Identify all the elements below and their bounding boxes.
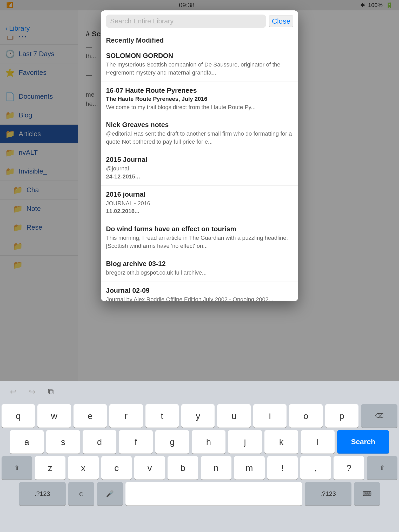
result-item-nick-greaves[interactable]: Nick Greaves notes @editorial Has sent t… (101, 116, 298, 151)
result-item-blog-archive[interactable]: Blog archive 03-12 bregorzloth.blogspot.… (101, 255, 298, 282)
search-results-list: SOLOMON GORDON The mysterious Scottish c… (101, 47, 298, 301)
key-p[interactable]: p (325, 404, 358, 428)
keyboard-area: ↩ ↪ ⧉ q w e r t y u i o p ⌫ a s d f g h … (0, 381, 399, 532)
key-v[interactable]: v (134, 456, 165, 480)
result-title-journal-2016: 2016 journal (106, 190, 293, 198)
result-body-blog-archive: bregorzloth.blogspot.co.uk full archive.… (106, 269, 293, 277)
paste-button[interactable]: ⧉ (46, 385, 56, 398)
result-body-journal-2016: JOURNAL - 201611.02.2016... (106, 200, 293, 216)
space-key[interactable] (125, 482, 302, 506)
result-body-solomon: The mysterious Scottish companion of De … (106, 61, 293, 77)
microphone-key[interactable]: 🎤 (97, 482, 123, 506)
key-comma[interactable]: , (300, 456, 331, 480)
result-body-haute-route: Welcome to my trail blogs direct from th… (106, 103, 293, 111)
keyboard-row-2: a s d f g h j k l Search (2, 430, 397, 454)
result-title-journal-2015: 2015 Journal (106, 156, 293, 164)
key-n[interactable]: n (201, 456, 231, 480)
key-d[interactable]: d (83, 430, 116, 454)
keyboard-row-4: .?123 ☺ 🎤 .?123 ⌨ (2, 482, 397, 506)
key-q[interactable]: q (2, 404, 35, 428)
undo-button[interactable]: ↩ (8, 385, 19, 399)
keyboard-rows: q w e r t y u i o p ⌫ a s d f g h j k l … (0, 402, 399, 508)
keyboard-dismiss-key[interactable]: ⌨ (354, 482, 380, 506)
key-question[interactable]: ? (334, 456, 364, 480)
numbers-right-key[interactable]: .?123 (305, 482, 351, 506)
result-title-haute-route: 16-07 Haute Route Pyrenees (106, 87, 293, 95)
result-title-nick-greaves: Nick Greaves notes (106, 121, 293, 129)
search-key[interactable]: Search (337, 430, 389, 454)
result-title-solomon: SOLOMON GORDON (106, 52, 293, 60)
shift-left-key[interactable]: ⇧ (2, 456, 32, 480)
key-f[interactable]: f (119, 430, 153, 454)
keyboard-row-3: ⇧ z x c v b n m ! , ? ⇧ (2, 456, 397, 480)
result-subtitle-haute-route: The Haute Route Pyrenees, July 2016 (106, 96, 293, 102)
result-title-journal-0209: Journal 02-09 (106, 287, 293, 295)
key-u[interactable]: u (217, 404, 250, 428)
keyboard-toolbar: ↩ ↪ ⧉ (0, 381, 399, 402)
key-h[interactable]: h (192, 430, 225, 454)
key-g[interactable]: g (155, 430, 189, 454)
result-title-wind-farms: Do wind farms have an effect on tourism (106, 225, 293, 233)
result-body-nick-greaves: @editorial Has sent the draft to another… (106, 130, 293, 146)
result-item-haute-route[interactable]: 16-07 Haute Route Pyrenees The Haute Rou… (101, 82, 298, 116)
result-item-solomon[interactable]: SOLOMON GORDON The mysterious Scottish c… (101, 47, 298, 82)
key-k[interactable]: k (264, 430, 298, 454)
result-body-wind-farms: This morning, I read an article in The G… (106, 234, 293, 250)
result-item-journal-0209[interactable]: Journal 02-09 Journal by Alex Roddie Off… (101, 282, 298, 301)
emoji-key[interactable]: ☺ (68, 482, 94, 506)
result-title-blog-archive: Blog archive 03-12 (106, 260, 293, 268)
redo-button[interactable]: ↪ (27, 385, 38, 399)
keyboard-row-1: q w e r t y u i o p ⌫ (2, 404, 397, 428)
key-e[interactable]: e (74, 404, 107, 428)
key-x[interactable]: x (68, 456, 99, 480)
key-y[interactable]: y (181, 404, 215, 428)
search-input[interactable] (110, 17, 262, 25)
key-m[interactable]: m (234, 456, 265, 480)
search-input-wrapper[interactable] (106, 15, 266, 28)
key-o[interactable]: o (289, 404, 322, 428)
result-item-journal-2015[interactable]: 2015 Journal @journal24-12-2015... (101, 151, 298, 186)
search-modal: Close Recently Modified SOLOMON GORDON T… (101, 10, 298, 301)
shift-right-key[interactable]: ⇧ (367, 456, 397, 480)
key-exclamation[interactable]: ! (267, 456, 298, 480)
key-i[interactable]: i (253, 404, 287, 428)
recently-modified-header: Recently Modified (101, 32, 298, 47)
close-button[interactable]: Close (269, 16, 293, 27)
result-item-wind-farms[interactable]: Do wind farms have an effect on tourism … (101, 220, 298, 255)
key-t[interactable]: t (145, 404, 179, 428)
key-c[interactable]: c (101, 456, 132, 480)
result-item-journal-2016[interactable]: 2016 journal JOURNAL - 201611.02.2016... (101, 186, 298, 221)
key-a[interactable]: a (10, 430, 44, 454)
backspace-key[interactable]: ⌫ (361, 404, 397, 428)
search-bar: Close (101, 10, 298, 32)
key-w[interactable]: w (37, 404, 71, 428)
key-b[interactable]: b (168, 456, 198, 480)
result-body-journal-0209: Journal by Alex Roddie Offline Edition J… (106, 296, 293, 301)
key-z[interactable]: z (35, 456, 65, 480)
key-r[interactable]: r (109, 404, 143, 428)
numbers-left-key[interactable]: .?123 (19, 482, 66, 506)
key-l[interactable]: l (301, 430, 335, 454)
key-s[interactable]: s (46, 430, 80, 454)
result-body-journal-2015: @journal24-12-2015... (106, 165, 293, 181)
key-j[interactable]: j (228, 430, 262, 454)
